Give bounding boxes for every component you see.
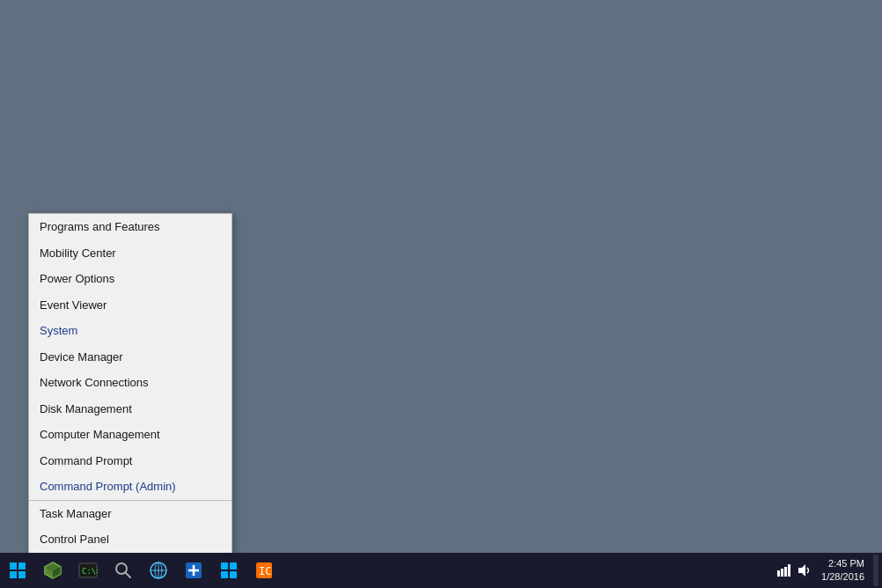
plus-icon xyxy=(184,561,203,580)
search-icon xyxy=(114,561,133,580)
menu-item-network-connections[interactable]: Network Connections xyxy=(29,370,232,396)
taskbar-app-icon-3[interactable] xyxy=(106,553,141,588)
taskbar-app-icon-7[interactable]: IC xyxy=(246,553,282,588)
svg-rect-21 xyxy=(777,570,780,577)
taskbar-app-icon-1[interactable] xyxy=(35,553,70,588)
svg-rect-18 xyxy=(230,571,237,578)
menu-item-task-manager[interactable]: Task Manager xyxy=(29,501,232,527)
menu-item-mobility-center[interactable]: Mobility Center xyxy=(29,240,232,267)
shield-icon: IC xyxy=(254,561,274,580)
menu-item-programs-features[interactable]: Programs and Features xyxy=(29,214,232,240)
context-menu: Programs and Features Mobility Center Po… xyxy=(28,213,232,588)
svg-text:IC: IC xyxy=(259,565,271,577)
grid-icon xyxy=(219,561,239,580)
menu-item-device-manager[interactable]: Device Manager xyxy=(29,344,232,371)
svg-rect-15 xyxy=(221,562,228,570)
taskbar-app-icon-2[interactable]: C:\> xyxy=(70,553,106,588)
svg-marker-25 xyxy=(798,564,805,577)
svg-rect-24 xyxy=(788,564,790,577)
svg-rect-23 xyxy=(784,567,787,577)
network-tray-icon xyxy=(776,563,790,577)
svg-text:C:\>: C:\> xyxy=(82,567,98,576)
windows-logo-icon xyxy=(10,562,26,578)
system-tray: 2:45 PM 1/28/2016 xyxy=(774,555,878,586)
menu-item-disk-management[interactable]: Disk Management xyxy=(29,396,232,423)
menu-item-command-prompt-admin[interactable]: Command Prompt (Admin) xyxy=(29,474,232,500)
show-desktop-button[interactable] xyxy=(873,555,878,586)
globe-icon xyxy=(149,561,168,580)
tray-icon-volume[interactable] xyxy=(795,561,814,580)
svg-rect-16 xyxy=(230,562,237,570)
clock-date: 1/28/2016 xyxy=(821,570,864,584)
menu-item-command-prompt[interactable]: Command Prompt xyxy=(29,448,232,474)
taskbar-app-icon-4[interactable] xyxy=(141,553,176,588)
taskbar: C:\> xyxy=(0,553,882,588)
menu-item-power-options[interactable]: Power Options xyxy=(29,266,232,292)
taskbar-items: C:\> xyxy=(35,553,774,588)
svg-line-7 xyxy=(126,573,131,578)
start-button[interactable] xyxy=(0,553,35,588)
clock-time: 2:45 PM xyxy=(821,557,864,570)
menu-item-event-viewer[interactable]: Event Viewer xyxy=(29,292,232,319)
svg-rect-22 xyxy=(781,569,783,577)
svg-rect-17 xyxy=(221,571,228,578)
desktop: Programs and Features Mobility Center Po… xyxy=(0,0,882,553)
taskbar-app-icon-6[interactable] xyxy=(211,553,246,588)
cube-icon xyxy=(43,561,62,580)
tray-icon-network[interactable] xyxy=(774,561,793,580)
taskbar-app-icon-5[interactable] xyxy=(176,553,211,588)
menu-item-system[interactable]: System xyxy=(29,318,232,344)
volume-tray-icon xyxy=(797,563,812,577)
menu-item-computer-management[interactable]: Computer Management xyxy=(29,422,232,448)
time-display[interactable]: 2:45 PM 1/28/2016 xyxy=(816,557,870,584)
menu-item-control-panel[interactable]: Control Panel xyxy=(29,526,232,553)
menu-section-1: Programs and Features Mobility Center Po… xyxy=(29,214,232,501)
terminal-icon: C:\> xyxy=(78,561,98,580)
